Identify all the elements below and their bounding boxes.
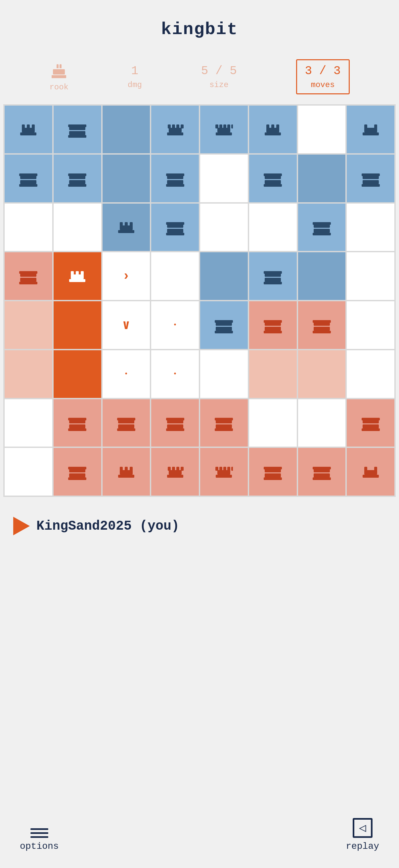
cell-r7c3[interactable] xyxy=(103,399,150,447)
cell-r5c3[interactable]: ∨ xyxy=(103,301,150,349)
cell-r7c4[interactable] xyxy=(151,399,199,447)
cell-r2c1[interactable] xyxy=(5,155,52,202)
cell-r4c8[interactable] xyxy=(347,252,394,300)
svg-rect-136 xyxy=(313,473,330,477)
cell-r3c4[interactable] xyxy=(151,204,199,251)
cell-r3c6[interactable] xyxy=(249,204,297,251)
cell-r5c7[interactable] xyxy=(298,301,346,349)
cell-r1c3[interactable] xyxy=(103,105,150,153)
cell-r6c6[interactable] xyxy=(249,350,297,398)
svg-rect-96 xyxy=(117,428,135,431)
cell-r2c2[interactable] xyxy=(54,155,101,202)
cell-r3c5[interactable] xyxy=(200,204,248,251)
dot-icon3: • xyxy=(173,370,177,378)
cell-r7c2[interactable] xyxy=(54,399,101,447)
svg-rect-92 xyxy=(68,428,86,431)
cell-r1c1[interactable] xyxy=(5,105,52,153)
svg-rect-90 xyxy=(69,425,86,428)
cell-r4c1[interactable] xyxy=(5,252,52,300)
cell-r7c7[interactable] xyxy=(298,399,346,447)
svg-rect-72 xyxy=(81,271,84,275)
cell-r5c8[interactable] xyxy=(347,301,394,349)
cell-r5c4[interactable]: • xyxy=(151,301,199,349)
cell-r7c6[interactable] xyxy=(249,399,297,447)
cell-r3c3[interactable] xyxy=(103,204,150,251)
cell-r2c8[interactable] xyxy=(347,155,394,202)
cell-r5c1[interactable] xyxy=(5,301,52,349)
cell-r3c1[interactable] xyxy=(5,204,52,251)
cell-r8c4[interactable] xyxy=(151,448,199,496)
svg-rect-15 xyxy=(218,128,230,132)
svg-rect-115 xyxy=(120,467,123,471)
cell-r8c7[interactable] xyxy=(298,448,346,496)
cell-r2c4[interactable] xyxy=(151,155,199,202)
cell-r1c5[interactable] xyxy=(200,105,248,153)
cell-r1c2[interactable] xyxy=(54,105,101,153)
svg-rect-139 xyxy=(364,470,377,475)
svg-rect-41 xyxy=(166,174,184,176)
svg-rect-17 xyxy=(215,124,219,128)
svg-rect-103 xyxy=(215,418,233,421)
cell-r4c7[interactable] xyxy=(298,252,346,300)
cell-r6c7[interactable] xyxy=(298,350,346,398)
svg-rect-78 xyxy=(216,327,232,331)
svg-rect-55 xyxy=(130,222,133,226)
cell-r8c5[interactable] xyxy=(200,448,248,496)
cell-r6c5[interactable] xyxy=(200,350,248,398)
piece-icon xyxy=(50,62,68,80)
svg-rect-116 xyxy=(125,467,128,471)
cell-r2c6[interactable] xyxy=(249,155,297,202)
svg-rect-51 xyxy=(120,225,133,230)
svg-rect-33 xyxy=(19,174,37,176)
cell-r4c6[interactable] xyxy=(249,252,297,300)
svg-rect-137 xyxy=(313,467,331,469)
svg-rect-98 xyxy=(167,425,183,428)
svg-rect-121 xyxy=(172,467,175,471)
cell-r6c2[interactable] xyxy=(54,350,101,398)
svg-rect-82 xyxy=(265,327,281,331)
cell-r4c2[interactable] xyxy=(54,252,101,300)
svg-rect-117 xyxy=(130,467,133,471)
cell-r7c8[interactable] xyxy=(347,399,394,447)
cell-r5c5[interactable] xyxy=(200,301,248,349)
cell-r1c7[interactable] xyxy=(298,105,346,153)
cell-r6c4[interactable]: • xyxy=(151,350,199,398)
svg-rect-62 xyxy=(313,222,331,225)
cell-r8c1[interactable] xyxy=(5,448,52,496)
cell-r2c3[interactable] xyxy=(103,155,150,202)
cell-r2c7[interactable] xyxy=(298,155,346,202)
svg-rect-19 xyxy=(223,124,226,128)
hamburger-line-3 xyxy=(30,836,48,838)
cell-r2c5[interactable] xyxy=(200,155,248,202)
cell-r1c6[interactable] xyxy=(249,105,297,153)
cell-r8c8[interactable] xyxy=(347,448,394,496)
cell-r5c2[interactable] xyxy=(54,301,101,349)
cell-r8c2[interactable] xyxy=(54,448,101,496)
svg-rect-7 xyxy=(68,124,86,127)
cell-r6c8[interactable] xyxy=(347,350,394,398)
replay-button[interactable]: ◁ replay xyxy=(346,818,379,851)
cell-r7c1[interactable] xyxy=(5,399,52,447)
svg-rect-11 xyxy=(168,124,171,128)
cell-r3c2[interactable] xyxy=(54,204,101,251)
cell-r6c3[interactable]: • xyxy=(103,350,150,398)
cell-r6c1[interactable] xyxy=(5,350,52,398)
bottom-bar: options ◁ replay xyxy=(0,808,399,868)
svg-rect-46 xyxy=(264,184,282,187)
cell-r8c6[interactable] xyxy=(249,448,297,496)
cell-r8c3[interactable] xyxy=(103,448,150,496)
cell-r4c5[interactable] xyxy=(200,252,248,300)
cell-r5c6[interactable] xyxy=(249,301,297,349)
svg-rect-67 xyxy=(19,282,37,284)
cell-r1c4[interactable] xyxy=(151,105,199,153)
svg-rect-25 xyxy=(271,124,274,128)
cell-r4c4[interactable] xyxy=(151,252,199,300)
options-button[interactable]: options xyxy=(20,828,59,851)
svg-rect-59 xyxy=(166,233,184,236)
cell-r3c7[interactable] xyxy=(298,204,346,251)
cell-r7c5[interactable] xyxy=(200,399,248,447)
cell-r1c8[interactable] xyxy=(347,105,394,153)
cell-r4c3[interactable]: › xyxy=(103,252,150,300)
cell-r3c8[interactable] xyxy=(347,204,394,251)
svg-rect-74 xyxy=(265,278,281,282)
